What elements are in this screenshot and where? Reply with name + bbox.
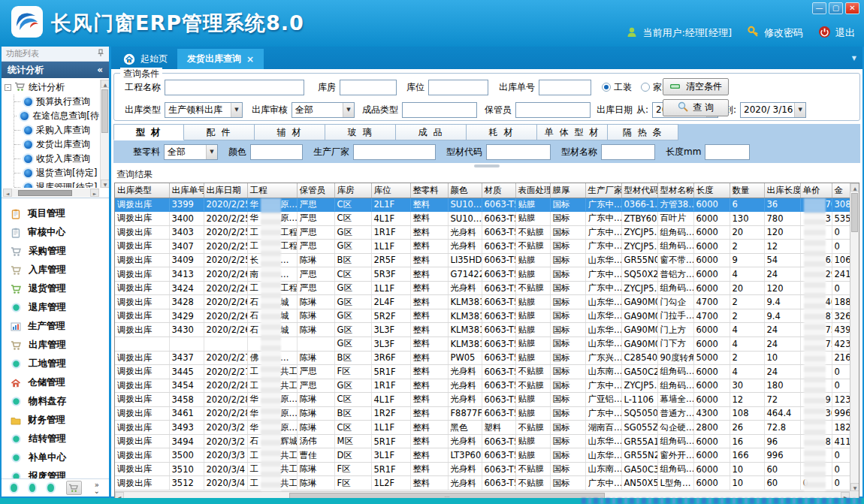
column-header[interactable]: 工程	[247, 183, 297, 198]
column-header[interactable]: 材质	[482, 183, 515, 198]
tree-item[interactable]: 在途信息查询[待	[14, 109, 99, 123]
module-dot-icon[interactable]	[47, 484, 54, 492]
sidebar-item[interactable]: 出库管理	[2, 336, 109, 355]
sidebar-group-header[interactable]: 统计分析 «	[2, 62, 109, 78]
collapse-icon[interactable]: «	[97, 65, 103, 75]
column-header[interactable]: 数量	[730, 183, 764, 198]
table-row[interactable]: 调拨出库34092020/2/25长…陈琳B区2R5F整料LI35HD6063-…	[115, 253, 854, 267]
expander-icon[interactable]: -	[5, 84, 11, 91]
more-modules-button[interactable]: »⌄	[94, 482, 100, 494]
product-type-input[interactable]	[402, 102, 477, 118]
location-input[interactable]	[428, 80, 488, 95]
tree-item[interactable]: 预算执行查询	[14, 95, 99, 109]
factory-input[interactable]	[353, 144, 436, 160]
column-header[interactable]: 出库日期	[204, 183, 247, 198]
table-row[interactable]: G区3L3F整料KLM38176063-T5贴膜国标山东华…GA90M09.门下…	[115, 337, 854, 351]
pin-icon[interactable]	[97, 49, 104, 59]
tab-home[interactable]: 起始页	[113, 49, 177, 69]
panel-splitter[interactable]	[113, 163, 860, 168]
profile-code-input[interactable]	[486, 144, 551, 160]
table-row[interactable]: 调拨出库34542020/2/28工共工程严思G区1R1F整料光身料6063-T…	[115, 379, 854, 393]
material-tab[interactable]: 耗 材	[467, 124, 537, 140]
sidebar-item[interactable]: 采购管理	[2, 242, 109, 261]
sidebar-item[interactable]: 仓储管理	[2, 373, 109, 392]
profile-name-input[interactable]	[601, 144, 655, 160]
material-tab[interactable]: 辅 材	[255, 124, 325, 140]
tree-root-statistics[interactable]: - 统计分析	[5, 80, 99, 95]
table-row[interactable]: 调拨出库34002020/2/25华原…严思C区4L1F整料SU10…6063-…	[115, 212, 854, 226]
sidebar-item[interactable]: 审核中心	[2, 223, 109, 242]
table-row[interactable]: 调拨出库34942020/3/2石辉城汤伟M区5R1F整料光身料6063-T5贴…	[115, 434, 854, 448]
tree-scroll-thumb[interactable]	[101, 89, 108, 133]
sidebar-item[interactable]: 财务管理	[2, 411, 109, 430]
tree-horizontal-scrollbar[interactable]: ◄ ►	[3, 189, 99, 197]
scroll-up-icon[interactable]: ▲	[850, 183, 859, 192]
module-dot-icon[interactable]	[11, 484, 17, 492]
sidebar-item[interactable]: 入库管理	[2, 261, 109, 279]
table-row[interactable]: 调拨出库35002020/3/3工共工程曹佳D区3L1F整料LT3P606063…	[115, 448, 854, 463]
length-input[interactable]	[705, 144, 750, 160]
sidebar-item[interactable]: 物料盘存	[2, 392, 109, 411]
column-header[interactable]: 表面处理	[515, 183, 550, 198]
sidebar-item[interactable]: 生产管理	[2, 317, 109, 336]
logout-button[interactable]: 退出	[818, 26, 855, 41]
column-header[interactable]: 保管员	[297, 183, 334, 198]
warehouse-input[interactable]	[340, 80, 397, 95]
table-row[interactable]: 调拨出库34242020/2/26工工程严思G区1L1F整料光身料6063-T5…	[115, 281, 854, 295]
material-tab[interactable]: 型 材	[113, 124, 184, 140]
material-tab[interactable]: 隔 热 条	[608, 124, 678, 140]
tree-item[interactable]: 发货出库查询	[14, 137, 99, 152]
sidebar-item[interactable]: 退货管理	[2, 279, 109, 298]
project-name-input[interactable]	[165, 80, 304, 95]
table-row[interactable]: 调拨出库34932020/3/2华原…陈琳C区1L1F整料黑色塑料不贴膜国标湖南…	[115, 421, 854, 435]
column-header[interactable]: 库位	[371, 183, 410, 198]
column-header[interactable]: 颜色	[448, 183, 482, 198]
material-tab[interactable]: 单 体 型 材	[537, 124, 608, 140]
table-row[interactable]: 调拨出库34302020/2/26石城陈琳G区3L3F整料KLM38176063…	[115, 323, 854, 337]
keeper-input[interactable]	[515, 102, 591, 118]
tree-item[interactable]: 收货入库查询	[14, 152, 99, 166]
module-dot-icon[interactable]	[29, 484, 36, 492]
table-row[interactable]: 调拨出库34132020/2/26南…严思C区5R3F整料G714226063-…	[115, 267, 854, 282]
close-button[interactable]: ✕	[845, 2, 859, 14]
table-row[interactable]: 调拨出库34072020/2/25工工程严思G区1L1F整料光身料6063-T5…	[115, 240, 854, 254]
change-password-button[interactable]: 修改密码	[747, 26, 803, 41]
radio-gongzhuang[interactable]: 工装	[602, 81, 632, 94]
material-tab[interactable]: 玻 璃	[325, 124, 396, 140]
sidebar-item[interactable]: 退库管理	[2, 298, 109, 317]
minimize-button[interactable]: —	[812, 2, 826, 14]
table-row[interactable]: 调拨出库34582020/2/28华原…陈琳C区4L1F整料光身料6063-T5…	[115, 393, 854, 407]
search-button[interactable]: 查 询	[663, 99, 729, 116]
column-header[interactable]: 长度	[693, 183, 730, 198]
color-input[interactable]	[250, 144, 303, 160]
table-row[interactable]: 调拨出库35122020/3/4工共工程陈琳F区1L2F整料光身料6063-T5…	[115, 476, 854, 490]
tree-hscroll-thumb[interactable]	[18, 190, 72, 196]
clear-conditions-button[interactable]: 清空条件	[663, 78, 729, 95]
maximize-button[interactable]: ▢	[829, 2, 843, 14]
table-vertical-scrollbar[interactable]: ▲ ▼	[850, 183, 859, 491]
module-cart-button[interactable]	[66, 481, 82, 495]
scroll-down-icon[interactable]: ▼	[101, 180, 109, 188]
out-type-select[interactable]: 生产领料出库▼	[165, 102, 243, 118]
scroll-right-icon[interactable]: ►	[90, 189, 99, 197]
tab-close-icon[interactable]: ×	[246, 54, 254, 65]
material-tab[interactable]: 成 品	[396, 124, 467, 140]
sidebar-item[interactable]: 工地管理	[2, 355, 109, 373]
table-row[interactable]: 调拨出库34292020/2/26石城陈琳G区5R2F整料KLM38176063…	[115, 309, 854, 323]
column-header[interactable]: 整零料	[410, 183, 448, 198]
sidebar-item[interactable]: 结转管理	[2, 430, 109, 448]
sidebar-item[interactable]: 报废管理	[2, 467, 109, 478]
material-tab[interactable]: 配 件	[184, 124, 255, 140]
date-to-picker[interactable]: 2020/ 3/16▼	[740, 102, 806, 118]
column-header[interactable]: 型材代码	[621, 183, 657, 198]
column-header[interactable]: 出库类型	[115, 183, 169, 198]
table-vscroll-thumb[interactable]	[851, 193, 858, 232]
tree-item[interactable]: 采购入库查询	[14, 123, 99, 137]
scroll-up-icon[interactable]: ▲	[101, 80, 109, 88]
tree-vertical-scrollbar[interactable]: ▲ ▼	[100, 80, 109, 188]
table-row[interactable]: 调拨出库35102020/3/4工共工程陈琳F区5R1F整料光身料6063-T5…	[115, 462, 854, 476]
scroll-left-icon[interactable]: ◄	[3, 189, 12, 197]
table-row[interactable]: 调拨出库33992020/2/25华原…严思C区2L1F整料SU10…6063-…	[115, 198, 854, 212]
audit-select[interactable]: 全部▼	[292, 102, 355, 118]
order-no-input[interactable]	[539, 80, 591, 95]
